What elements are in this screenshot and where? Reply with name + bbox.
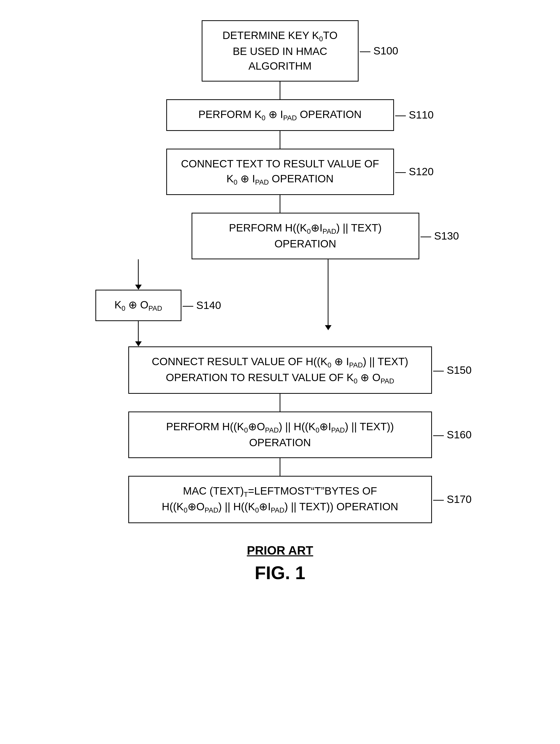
box-s100: DETERMINE KEY K0TOBE USED IN HMAC ALGORI…: [202, 20, 359, 81]
label-s170: — S170: [433, 492, 472, 507]
s130-to-s150-line: [328, 259, 328, 325]
box-s150: CONNECT RESULT VALUE OF H((K0 ⊕ IPAD) ||…: [128, 346, 432, 394]
s110-text: PERFORM K0 ⊕ IPAD OPERATION: [198, 108, 362, 120]
s130-arrow-head: [325, 325, 331, 330]
s150-section: CONNECT RESULT VALUE OF H((K0 ⊕ IPAD) ||…: [90, 346, 470, 394]
label-s100: — S100: [360, 43, 398, 59]
arrow-s100-s110: [280, 81, 280, 99]
diagram: DETERMINE KEY K0TOBE USED IN HMAC ALGORI…: [78, 20, 483, 583]
arrow-s120-s130: [280, 195, 280, 213]
arrow-s160-s170: [280, 458, 280, 476]
label-s120: — S120: [395, 164, 434, 179]
s140-arrow-head: [135, 341, 142, 346]
s140-to-s150-line: [138, 321, 139, 341]
box-s160: PERFORM H((K0⊕OPAD) || H((K0⊕IPAD) || TE…: [128, 411, 432, 458]
arrow-s150-s160: [280, 394, 280, 411]
arrow-s110-s120: [280, 131, 280, 149]
left-branch-line: [138, 259, 139, 285]
page: DETERMINE KEY K0TOBE USED IN HMAC ALGORI…: [0, 0, 560, 744]
label-s110: — S110: [395, 108, 434, 122]
s160-text: PERFORM H((K0⊕OPAD) || H((K0⊕IPAD) || TE…: [166, 421, 394, 448]
s140-left-col: K0 ⊕ OPAD — S140: [90, 259, 187, 347]
branch-section: PERFORM H((K0⊕IPAD) || TEXT)OPERATION — …: [90, 213, 470, 346]
s170-section: MAC (TEXT)T=LEFTMOST“T”BYTES OFH((K0⊕OPA…: [90, 476, 470, 523]
s160-section: PERFORM H((K0⊕OPAD) || H((K0⊕IPAD) || TE…: [90, 411, 470, 458]
box-s120: CONNECT TEXT TO RESULT VALUE OFK0 ⊕ IPAD…: [166, 149, 394, 195]
box-s110: PERFORM K0 ⊕ IPAD OPERATION — S110: [166, 99, 394, 131]
prior-art-label: PRIOR ART: [247, 544, 313, 557]
label-s130: — S130: [421, 228, 459, 244]
box-s130: PERFORM H((K0⊕IPAD) || TEXT)OPERATION — …: [192, 213, 419, 259]
s170-text: MAC (TEXT)T=LEFTMOST“T”BYTES OFH((K0⊕OPA…: [162, 485, 398, 513]
s120-section: CONNECT TEXT TO RESULT VALUE OFK0 ⊕ IPAD…: [90, 149, 470, 195]
s100-text: DETERMINE KEY K0TOBE USED IN HMAC ALGORI…: [223, 29, 337, 72]
s120-text: CONNECT TEXT TO RESULT VALUE OFK0 ⊕ IPAD…: [181, 158, 379, 185]
footer: PRIOR ART FIG. 1: [247, 544, 313, 583]
label-s150: — S150: [433, 363, 472, 378]
label-s160: — S160: [433, 427, 472, 442]
box-s170: MAC (TEXT)T=LEFTMOST“T”BYTES OFH((K0⊕OPA…: [128, 476, 432, 523]
box-s140: K0 ⊕ OPAD — S140: [95, 290, 182, 321]
s130-to-s150-col: [187, 259, 470, 330]
s150-text: CONNECT RESULT VALUE OF H((K0 ⊕ IPAD) ||…: [152, 356, 408, 383]
label-s140: — S140: [183, 298, 221, 313]
s140-row: K0 ⊕ OPAD — S140: [90, 259, 470, 347]
s130-row: PERFORM H((K0⊕IPAD) || TEXT)OPERATION — …: [90, 213, 470, 259]
s140-text: K0 ⊕ OPAD: [114, 299, 162, 311]
s110-section: PERFORM K0 ⊕ IPAD OPERATION — S110: [90, 99, 470, 131]
s130-text: PERFORM H((K0⊕IPAD) || TEXT)OPERATION: [229, 222, 382, 250]
fig-label: FIG. 1: [247, 562, 313, 583]
